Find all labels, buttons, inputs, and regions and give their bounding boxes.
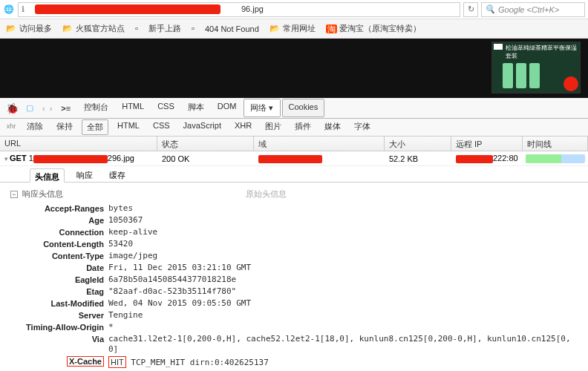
flag-icon <box>494 44 503 50</box>
header-value: HIT TCP_MEM_HIT dirn:0:402625137 <box>108 356 578 368</box>
bookmark-item[interactable]: ▫404 Not Found <box>192 24 259 34</box>
nav-back[interactable]: ‹ <box>41 102 47 114</box>
cell-size: 52.2 KB <box>385 153 451 165</box>
collapse-icon[interactable]: − <box>10 191 18 198</box>
ad-image <box>503 63 540 88</box>
headers-panel: − 响应头信息 原始头信息 Accept-RangesbytesAge10503… <box>0 183 588 371</box>
devtools-tab[interactable]: 脚本 <box>182 99 210 117</box>
header-value: * <box>108 322 578 332</box>
col-status[interactable]: 状态 <box>157 137 254 151</box>
devtools-tab[interactable]: DOM <box>212 99 243 117</box>
filter-item[interactable]: 媒体 <box>320 119 345 135</box>
network-row[interactable]: ▾GET 1296.jpg 200 OK 52.2 KB 222:80 <box>0 151 588 166</box>
cell-domain <box>254 152 385 165</box>
header-row: Etag"82aaf-d0ac-523b35114f780" <box>10 286 578 298</box>
devtools-tab[interactable]: Cookies <box>282 99 325 117</box>
bookmark-item[interactable]: ▫新手上路 <box>135 23 181 34</box>
header-name: Accept-Ranges <box>10 203 108 214</box>
detail-tab[interactable]: 头信息 <box>30 168 65 183</box>
devtools-tab[interactable]: CSS <box>151 99 180 117</box>
header-name: Last-Modified <box>10 298 108 309</box>
refresh-button[interactable]: ↻ <box>463 2 478 17</box>
console-icon[interactable]: >≡ <box>61 104 71 113</box>
bookmark-icon: 📂 <box>270 24 280 34</box>
inspector-icon[interactable]: ▢ <box>26 103 33 113</box>
detail-tab[interactable]: 缓存 <box>105 168 130 182</box>
filter-item[interactable]: XHR <box>230 119 256 135</box>
search-input[interactable]: 🔍 Google <Ctrl+K> <box>481 2 585 17</box>
filter-item[interactable]: 插件 <box>290 119 316 135</box>
header-name: X-Cache <box>67 356 104 367</box>
filter-item[interactable]: 图片 <box>261 119 286 135</box>
nav-forward[interactable]: › <box>48 102 54 114</box>
expand-icon[interactable]: ▾ <box>4 155 8 162</box>
header-value: Wed, 04 Nov 2015 09:05:50 GMT <box>108 298 578 309</box>
col-size[interactable]: 大小 <box>385 137 451 151</box>
bookmark-icon: 淘 <box>326 24 336 34</box>
bookmark-icon: 📂 <box>62 24 73 34</box>
filter-item[interactable]: 全部 <box>82 119 108 135</box>
header-row: EagleId6a78b50a14508544377018218e <box>10 274 578 286</box>
bookmark-item[interactable]: 📂常用网址 <box>270 23 316 34</box>
col-domain[interactable]: 域 <box>254 137 385 151</box>
col-timeline[interactable]: 时间线 <box>523 137 588 151</box>
bookmarks-bar: 📂访问最多📂火狐官方站点▫新手上路▫404 Not Found📂常用网址淘爱淘宝… <box>0 19 588 39</box>
filter-item[interactable]: 保持 <box>52 119 77 135</box>
timeline-bar <box>526 154 585 163</box>
header-row: Viacache31.l2et2-1[0,200-0,H], cache52.l… <box>10 333 578 355</box>
url-input[interactable]: ℹ 96.jpg <box>18 2 460 17</box>
col-ip[interactable]: 远程 IP <box>451 137 523 151</box>
filter-item[interactable]: 字体 <box>350 119 375 135</box>
xhr-icon[interactable]: xhr <box>6 122 16 133</box>
page-content: 松油萃纯绿茶精萃平衡保湿套装 <box>0 39 588 98</box>
devtools-tab[interactable]: 网络 ▾ <box>244 99 280 117</box>
network-grid-header: URL 状态 域 大小 远程 IP 时间线 <box>0 137 588 151</box>
header-row: ServerTengine <box>10 309 578 321</box>
bookmark-item[interactable]: 📂访问最多 <box>6 23 52 34</box>
firebug-icon[interactable]: 🐞 <box>6 102 19 114</box>
header-name: Age <box>10 215 108 226</box>
url-tail: 96.jpg <box>241 4 264 13</box>
col-url[interactable]: URL <box>0 137 157 151</box>
nav-arrows: ‹ › <box>41 102 53 114</box>
search-icon: 🔍 <box>485 4 495 14</box>
devtools-tabs: 🐞 ▢ ‹ › >≡ 控制台HTMLCSS脚本DOM网络 ▾Cookies <box>0 98 588 119</box>
detail-tab[interactable]: 响应 <box>72 168 97 182</box>
header-name: Content-Length <box>10 239 108 249</box>
network-filters: xhr 清除保持全部HTMLCSSJavaScriptXHR图片插件媒体字体 <box>0 119 588 137</box>
filter-item[interactable]: CSS <box>148 119 174 135</box>
header-name: Etag <box>10 286 108 297</box>
bookmark-icon: 📂 <box>6 24 16 34</box>
url-redacted <box>35 4 220 14</box>
header-name: EagleId <box>10 275 108 285</box>
header-row: Age1050367 <box>10 214 578 226</box>
header-value: 53420 <box>108 239 578 249</box>
header-value: Tengine <box>108 310 578 321</box>
header-name: Content-Type <box>10 251 108 261</box>
header-value: cache31.l2et2-1[0,200-0,H], cache52.l2et… <box>108 334 578 355</box>
header-row: X-CacheHIT TCP_MEM_HIT dirn:0:402625137 <box>10 355 578 369</box>
ad-badge <box>564 76 578 91</box>
bookmark-item[interactable]: 淘爱淘宝（原淘宝特卖） <box>326 23 421 34</box>
address-bar: 🌐 ℹ 96.jpg ↻ 🔍 Google <Ctrl+K> <box>0 0 588 19</box>
header-name: Timing-Allow-Origin <box>10 322 108 332</box>
bookmark-item[interactable]: 📂火狐官方站点 <box>62 23 125 34</box>
bookmark-icon: ▫ <box>192 24 202 34</box>
devtools-tab[interactable]: 控制台 <box>78 99 114 117</box>
header-name: Date <box>10 263 108 273</box>
ad-banner[interactable]: 松油萃纯绿茶精萃平衡保湿套装 <box>491 42 581 93</box>
header-value: Fri, 11 Dec 2015 03:21:10 GMT <box>108 263 578 273</box>
devtools-tab[interactable]: HTML <box>116 99 150 117</box>
header-value: 1050367 <box>108 215 578 226</box>
header-name: Via <box>10 334 108 355</box>
filter-item[interactable]: JavaScript <box>179 119 226 135</box>
detail-tabs: 头信息响应缓存 <box>0 166 588 183</box>
header-value: image/jpeg <box>108 251 578 261</box>
filter-item[interactable]: HTML <box>113 119 144 135</box>
raw-headers-link[interactable]: 原始头信息 <box>246 188 287 200</box>
filter-item[interactable]: 清除 <box>22 119 48 135</box>
header-value: 6a78b50a14508544377018218e <box>108 275 578 285</box>
header-value: "82aaf-d0ac-523b35114f780" <box>108 286 578 297</box>
cell-ip: 222:80 <box>451 152 523 165</box>
header-row: Content-Typeimage/jpeg <box>10 250 578 262</box>
